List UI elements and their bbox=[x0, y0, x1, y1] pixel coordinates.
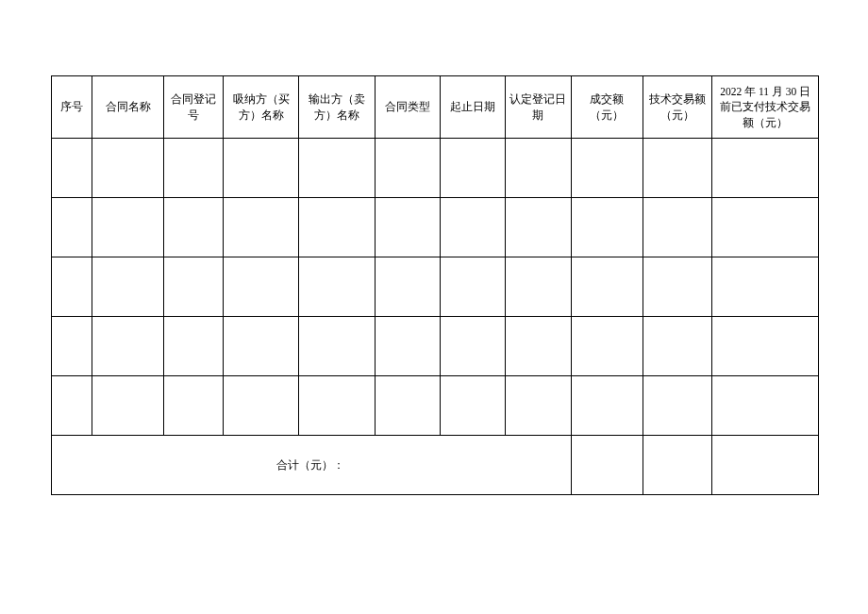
header-reg-date: 认定登记日期 bbox=[506, 76, 571, 139]
cell bbox=[52, 376, 92, 436]
cell bbox=[440, 317, 505, 376]
cell bbox=[712, 317, 819, 376]
cell bbox=[92, 198, 164, 257]
cell bbox=[506, 317, 571, 376]
cell bbox=[164, 317, 224, 376]
cell bbox=[52, 257, 92, 317]
cell bbox=[440, 198, 505, 257]
cell bbox=[506, 257, 571, 317]
table-row bbox=[52, 317, 819, 376]
total-label: 合计（元）： bbox=[52, 436, 572, 495]
header-tech-trade-amount: 技术交易额（元） bbox=[643, 76, 712, 139]
header-contract-reg-no: 合同登记号 bbox=[164, 76, 224, 139]
header-row: 序号 合同名称 合同登记号 吸纳方（买方）名称 输出方（卖方）名称 合同类型 起… bbox=[52, 76, 819, 139]
cell bbox=[571, 317, 643, 376]
cell bbox=[164, 139, 224, 198]
cell bbox=[712, 257, 819, 317]
cell bbox=[506, 198, 571, 257]
total-deal-amount bbox=[571, 436, 643, 495]
header-deal-amount: 成交额（元） bbox=[571, 76, 643, 139]
cell bbox=[712, 376, 819, 436]
cell bbox=[375, 198, 440, 257]
header-seller-name: 输出方（卖方）名称 bbox=[299, 76, 375, 139]
cell bbox=[52, 198, 92, 257]
table-row bbox=[52, 139, 819, 198]
cell bbox=[440, 376, 505, 436]
cell bbox=[92, 317, 164, 376]
cell bbox=[643, 317, 712, 376]
cell bbox=[164, 376, 224, 436]
cell bbox=[224, 317, 299, 376]
cell bbox=[299, 139, 375, 198]
table-row bbox=[52, 198, 819, 257]
cell bbox=[440, 257, 505, 317]
total-tech-trade-amount bbox=[643, 436, 712, 495]
cell bbox=[643, 139, 712, 198]
cell bbox=[52, 317, 92, 376]
cell bbox=[299, 257, 375, 317]
cell bbox=[375, 376, 440, 436]
cell bbox=[224, 257, 299, 317]
cell bbox=[506, 376, 571, 436]
header-start-end-date: 起止日期 bbox=[440, 76, 505, 139]
table-row bbox=[52, 257, 819, 317]
cell bbox=[506, 139, 571, 198]
cell bbox=[164, 198, 224, 257]
cell bbox=[571, 376, 643, 436]
header-contract-type: 合同类型 bbox=[375, 76, 440, 139]
cell bbox=[299, 376, 375, 436]
cell bbox=[375, 317, 440, 376]
cell bbox=[224, 198, 299, 257]
cell bbox=[92, 139, 164, 198]
cell bbox=[571, 257, 643, 317]
total-row: 合计（元）： bbox=[52, 436, 819, 495]
cell bbox=[92, 257, 164, 317]
cell bbox=[712, 139, 819, 198]
cell bbox=[643, 257, 712, 317]
table-row bbox=[52, 376, 819, 436]
cell bbox=[164, 257, 224, 317]
header-contract-name: 合同名称 bbox=[92, 76, 164, 139]
cell bbox=[643, 376, 712, 436]
header-seq: 序号 bbox=[52, 76, 92, 139]
cell bbox=[643, 198, 712, 257]
cell bbox=[440, 139, 505, 198]
cell bbox=[712, 198, 819, 257]
header-buyer-name: 吸纳方（买方）名称 bbox=[224, 76, 299, 139]
contract-table: 序号 合同名称 合同登记号 吸纳方（买方）名称 输出方（卖方）名称 合同类型 起… bbox=[51, 75, 819, 495]
cell bbox=[52, 139, 92, 198]
cell bbox=[92, 376, 164, 436]
cell bbox=[571, 198, 643, 257]
cell bbox=[224, 139, 299, 198]
cell bbox=[375, 139, 440, 198]
cell bbox=[299, 317, 375, 376]
cell bbox=[299, 198, 375, 257]
header-paid-tech-trade-amount: 2022 年 11 月 30 日前已支付技术交易额（元） bbox=[712, 76, 819, 139]
cell bbox=[224, 376, 299, 436]
cell bbox=[571, 139, 643, 198]
cell bbox=[375, 257, 440, 317]
total-paid-tech-trade-amount bbox=[712, 436, 819, 495]
